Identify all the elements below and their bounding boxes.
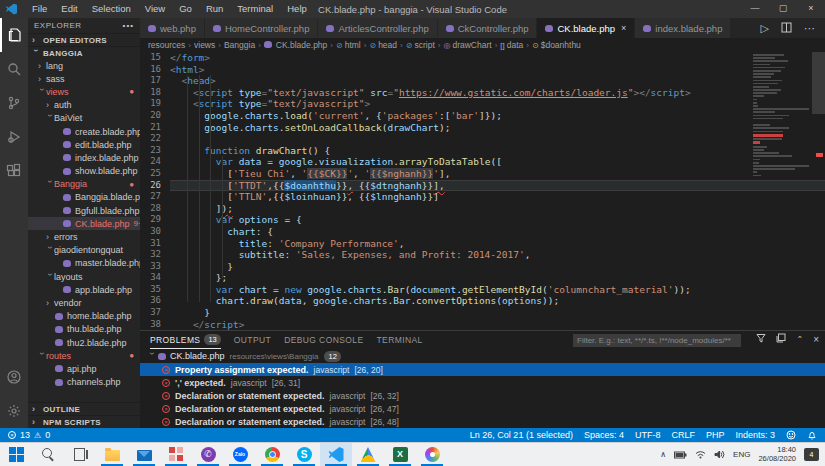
feedback-smiley-icon[interactable]: [786, 430, 796, 440]
problem-row[interactable]: ×Property assignment expected.javascript…: [140, 363, 825, 376]
tree-item-auth[interactable]: ›auth: [28, 99, 140, 112]
notifications-bell-icon[interactable]: [807, 430, 817, 440]
run-debug-icon[interactable]: [0, 120, 28, 154]
extensions-icon[interactable]: [0, 154, 28, 188]
taskbar-mail-icon[interactable]: [128, 443, 160, 466]
tree-item-banggia-blade-php[interactable]: Banggia.blade.php: [28, 191, 140, 204]
tree-item-index-blade-php[interactable]: index.blade.php: [28, 151, 140, 164]
code-line-32[interactable]: 32 subtitle: 'Sales, Expenses, and Profi…: [140, 249, 825, 261]
close-panel-icon[interactable]: ×: [813, 334, 819, 345]
more-actions-icon[interactable]: ⋯: [804, 22, 815, 35]
tree-item-lang[interactable]: ›lang: [28, 59, 140, 72]
code-line-18[interactable]: 18 <script type="text/javascript" src="h…: [140, 87, 825, 99]
maximize-panel-icon[interactable]: ⌃: [796, 335, 803, 344]
editor-scrollbar[interactable]: [812, 52, 825, 330]
status-encoding[interactable]: UTF-8: [635, 430, 661, 440]
tree-item-bgfull-blade-php[interactable]: Bgfull.blade.php: [28, 204, 140, 217]
settings-gear-icon[interactable]: [0, 394, 28, 428]
code-line-26[interactable]: 26 ['TTDT',{{$doanhthu}}, {{$dtnghanh}}]…: [140, 180, 825, 192]
menu-run[interactable]: Run: [199, 0, 230, 18]
tray-expand-icon[interactable]: ∧: [660, 450, 666, 459]
filter-funnel-icon[interactable]: [756, 333, 766, 345]
menu-file[interactable]: File: [25, 0, 54, 18]
panel-tab-terminal[interactable]: TERMINAL: [376, 331, 422, 349]
status-cursor-position[interactable]: Ln 26, Col 21 (1 selected): [470, 430, 573, 440]
tab-homecontroller-php[interactable]: HomeController.php: [205, 18, 319, 38]
code-line-28[interactable]: 28 ]);: [140, 203, 825, 215]
code-line-23[interactable]: 23 function drawChart() {: [140, 145, 825, 157]
taskbar-chrome-icon[interactable]: [256, 443, 288, 466]
explorer-icon[interactable]: [0, 18, 28, 52]
tree-item-master-blade-php[interactable]: master.blade.php: [28, 257, 140, 270]
problem-row[interactable]: ×Declaration or statement expected.javas…: [140, 415, 825, 428]
open-editors-section[interactable]: › OPEN EDITORS: [28, 33, 140, 46]
close-tab-icon[interactable]: ×: [621, 23, 626, 33]
code-line-35[interactable]: 35 var chart = new google.charts.Bar(doc…: [140, 284, 825, 296]
volume-icon[interactable]: [714, 450, 725, 459]
code-line-19[interactable]: 19 <script type="text/javascript">: [140, 98, 825, 110]
panel-tab-output[interactable]: OUTPUT: [234, 331, 271, 349]
tree-item-thu-blade-php[interactable]: thu.blade.php: [28, 323, 140, 336]
breadcrumb-item-resources[interactable]: resources: [148, 40, 185, 50]
tree-item-thu2-blade-php[interactable]: thu2.blade.php: [28, 336, 140, 349]
tab-ckcontroller-php[interactable]: CkController.php: [438, 18, 538, 38]
tab-web-php[interactable]: web.php: [140, 18, 205, 38]
status-eol[interactable]: CRLF: [671, 430, 695, 440]
code-line-37[interactable]: 37 }: [140, 307, 825, 319]
tree-item-baiviet[interactable]: ›BaiViet: [28, 112, 140, 125]
problem-row[interactable]: ×Declaration or statement expected.javas…: [140, 402, 825, 415]
taskbar-zalo-icon[interactable]: [224, 443, 256, 466]
search-icon[interactable]: [0, 52, 28, 86]
code-line-31[interactable]: 31 title: 'Company Performance',: [140, 238, 825, 250]
menu-go[interactable]: Go: [172, 0, 199, 18]
breadcrumb-item-views[interactable]: views: [194, 40, 215, 50]
code-line-34[interactable]: 34 };: [140, 272, 825, 284]
accounts-icon[interactable]: [0, 360, 28, 394]
split-editor-icon[interactable]: [781, 22, 792, 35]
code-line-25[interactable]: 25 ['Tieu Chi', '{{$CK}}', '{{$nghanh}}'…: [140, 168, 825, 180]
breadcrumb-item-head[interactable]: ⊘head: [369, 40, 397, 50]
breadcrumb-item-ck-blade-php[interactable]: CK.blade.php: [264, 40, 328, 50]
clock[interactable]: 18:40 26/08/2020: [758, 446, 796, 463]
tree-item-edit-blade-php[interactable]: edit.blade.php: [28, 138, 140, 151]
menu-selection[interactable]: Selection: [85, 0, 138, 18]
menu-help[interactable]: Help: [280, 0, 314, 18]
menu-edit[interactable]: Edit: [54, 0, 84, 18]
battery-icon[interactable]: [674, 451, 687, 459]
taskbar-paint-icon[interactable]: [416, 443, 448, 466]
breadcrumb-item-data[interactable]: []data: [500, 40, 523, 50]
open-in-editor-icon[interactable]: [776, 333, 786, 345]
menu-terminal[interactable]: Terminal: [230, 0, 280, 18]
minimap[interactable]: [753, 54, 809, 178]
tree-item-routes[interactable]: ›routes●: [28, 349, 140, 362]
breadcrumb-item-script[interactable]: ⊘script: [406, 40, 435, 50]
code-line-38[interactable]: 38 </script>: [140, 319, 825, 330]
tree-item-ck-blade-php[interactable]: CK.blade.php9+: [28, 217, 140, 230]
code-line-16[interactable]: 16<html>: [140, 64, 825, 76]
tree-item-vendor[interactable]: ›vendor: [28, 296, 140, 309]
tree-item-show-blade-php[interactable]: show.blade.php: [28, 165, 140, 178]
tree-item-home-blade-php[interactable]: home.blade.php: [28, 310, 140, 323]
outline-section[interactable]: › OUTLINE: [28, 402, 140, 415]
tree-item-create-blade-php[interactable]: create.blade.php: [28, 125, 140, 138]
tree-item-sass[interactable]: ›sass: [28, 72, 140, 85]
tab-ck-blade-php[interactable]: CK.blade.php×: [537, 18, 635, 38]
restore-button[interactable]: ▢: [769, 0, 797, 18]
code-line-15[interactable]: 15</form>: [140, 52, 825, 64]
tab-articlescontroller-php[interactable]: ArticlesController.php: [318, 18, 437, 38]
code-line-30[interactable]: 30 chart: {: [140, 226, 825, 238]
wifi-icon[interactable]: [695, 450, 706, 459]
problems-status[interactable]: × 13 ⚠ 0: [8, 430, 50, 440]
tree-item-banggia[interactable]: ›Banggia●: [28, 178, 140, 191]
minimize-button[interactable]: —: [741, 0, 769, 18]
problems-filter-input[interactable]: Filter. E.g.: text, **/*.ts, !**/node_mo…: [573, 334, 741, 347]
taskbar-skype-icon[interactable]: [288, 443, 320, 466]
tree-item-views[interactable]: ›views●: [28, 85, 140, 98]
close-button[interactable]: ×: [797, 0, 825, 18]
problem-row[interactable]: ×',' expected.javascript[26, 31]: [140, 376, 825, 389]
code-line-24[interactable]: 24 var data = google.visualization.array…: [140, 156, 825, 168]
tree-item-app-blade-php[interactable]: app.blade.php: [28, 283, 140, 296]
taskbar-excel-icon[interactable]: [384, 443, 416, 466]
code-line-17[interactable]: 17 <head>: [140, 75, 825, 87]
code-line-20[interactable]: 20 google.charts.load('current', {'packa…: [140, 110, 825, 122]
